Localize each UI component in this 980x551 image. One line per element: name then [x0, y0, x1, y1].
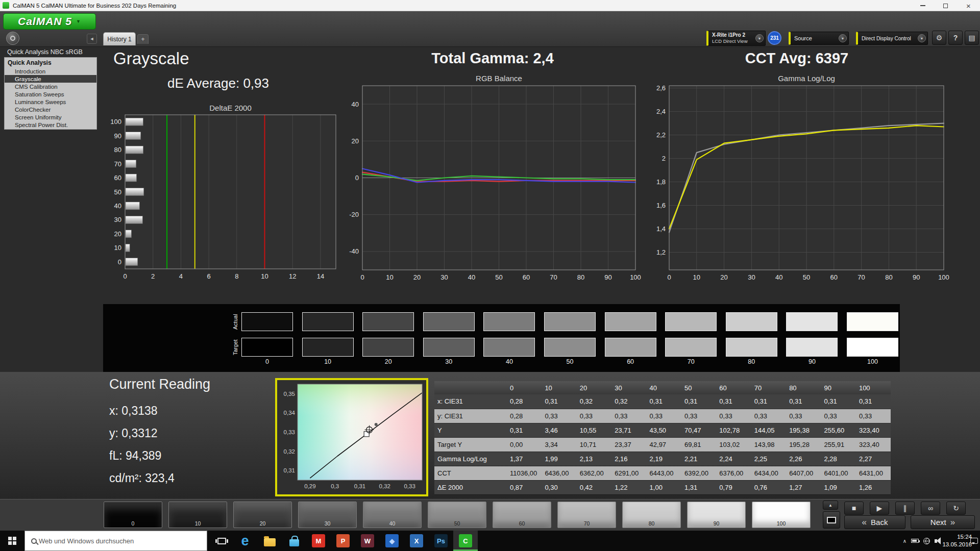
level-button-50[interactable]: 50: [428, 502, 486, 528]
sidebar-item-introduction[interactable]: Introduction: [5, 67, 96, 75]
gear-icon: ⚙: [936, 34, 943, 42]
row-label: CCT: [434, 466, 507, 480]
level-button-40[interactable]: 40: [363, 502, 422, 528]
level-button-label: 50: [428, 520, 486, 527]
table-cell: 0,31: [751, 394, 786, 409]
battery-icon[interactable]: [911, 539, 919, 543]
svg-text:50: 50: [495, 273, 502, 281]
sidebar-item-cms-calibration[interactable]: CMS Calibration: [5, 83, 96, 90]
sidebar-item-colorchecker[interactable]: ColorChecker: [5, 106, 96, 113]
sidebar-collapse-button[interactable]: ◄: [87, 34, 97, 44]
minimize-button[interactable]: [911, 0, 934, 11]
transport-refresh-button[interactable]: ↻: [946, 502, 966, 515]
speaker-icon[interactable]: [935, 539, 937, 543]
level-button-100[interactable]: 100: [752, 502, 811, 528]
svg-text:90: 90: [604, 273, 611, 281]
search-input[interactable]: [39, 537, 192, 545]
taskbar-photoshop-icon[interactable]: Ps: [429, 531, 453, 551]
taskbar-search[interactable]: [24, 531, 207, 551]
row-label: Y: [434, 423, 507, 437]
table-cell: 1,00: [647, 480, 681, 494]
taskbar-store-icon[interactable]: [282, 531, 306, 551]
level-button-10[interactable]: 10: [168, 502, 227, 528]
tray-expand-icon[interactable]: ∧: [903, 538, 906, 544]
next-button[interactable]: Next »: [911, 515, 975, 529]
taskbar-mail-icon[interactable]: M: [306, 531, 331, 551]
taskbar-file-explorer-icon[interactable]: [257, 531, 282, 551]
column-header: 80: [786, 381, 821, 394]
svg-text:1,8: 1,8: [656, 178, 666, 186]
source-dropdown[interactable]: Source ▼: [789, 32, 849, 45]
workflow-tree-panel: Quick Analysis IntroductionGrayscaleCMS …: [4, 57, 97, 130]
taskbar-photos-icon[interactable]: ◆: [380, 531, 404, 551]
back-button[interactable]: « Back: [844, 515, 905, 529]
tab-history-1[interactable]: History 1: [103, 32, 136, 45]
svg-text:10: 10: [261, 272, 268, 280]
close-button[interactable]: ×: [957, 0, 980, 11]
search-icon: [31, 538, 37, 544]
start-button[interactable]: [0, 531, 24, 551]
level-button-80[interactable]: 80: [622, 502, 681, 528]
sidebar-item-spectral-power-dist[interactable]: Spectral Power Dist.: [5, 121, 96, 129]
panel-toggle-button[interactable]: ▤: [965, 31, 979, 45]
svg-text:1,2: 1,2: [656, 248, 666, 256]
calman-logo-menu[interactable]: CalMAN 5 ▼: [3, 13, 96, 30]
svg-text:4: 4: [179, 272, 183, 280]
display-control-dropdown[interactable]: Direct Display Control ▼: [856, 32, 928, 45]
pattern-window-button[interactable]: [823, 511, 840, 529]
current-reading-y: y: 0,3312: [109, 427, 158, 440]
level-button-30[interactable]: 30: [298, 502, 357, 528]
chevron-down-icon: ▼: [755, 34, 764, 42]
table-cell: 1,09: [821, 480, 856, 494]
action-center-button[interactable]: [968, 531, 980, 551]
sidebar-root-item[interactable]: Quick Analysis: [5, 58, 96, 67]
panel-icon: ▤: [968, 34, 975, 42]
new-tab-button[interactable]: +: [137, 34, 149, 44]
taskbar-calman-icon[interactable]: C: [453, 531, 478, 551]
close-icon: ×: [966, 2, 971, 10]
sidebar-item-screen-uniformity[interactable]: Screen Uniformity: [5, 113, 96, 121]
table-cell: 2,19: [647, 452, 681, 466]
column-header: 90: [821, 381, 856, 394]
transport-play-button[interactable]: ▶: [870, 502, 889, 515]
page-title: Grayscale: [113, 49, 189, 68]
meter-dropdown[interactable]: X-Rite i1Pro 2 LCD Direct View ▼: [706, 31, 766, 46]
maximize-button[interactable]: [934, 0, 957, 11]
sidebar-item-saturation-sweeps[interactable]: Saturation Sweeps: [5, 90, 96, 98]
sidebar-item-grayscale[interactable]: Grayscale: [5, 75, 96, 83]
level-button-60[interactable]: 60: [493, 502, 551, 528]
svg-text:100: 100: [110, 118, 121, 126]
table-cell: 195,28: [786, 437, 821, 452]
nav-home-button[interactable]: [6, 32, 19, 45]
transport-pause-button[interactable]: ∥: [895, 502, 915, 515]
level-button-0[interactable]: 0: [104, 502, 162, 528]
svg-text:90: 90: [913, 273, 920, 281]
level-button-90[interactable]: 90: [687, 502, 746, 528]
table-cell: 69,81: [681, 437, 716, 452]
transport-stop-button[interactable]: ■: [844, 502, 864, 515]
windows-logo-icon: [8, 537, 16, 545]
level-bar: ▲ « Back Next » 0102030405060708090100■▶…: [0, 499, 980, 531]
svg-text:40: 40: [352, 101, 359, 108]
table-cell: 10,71: [577, 437, 611, 452]
level-button-label: 60: [493, 520, 551, 527]
taskbar-excel-icon[interactable]: X: [404, 531, 429, 551]
pattern-up-button[interactable]: ▲: [823, 500, 838, 510]
swatch-target-90: [786, 338, 838, 357]
taskbar-edge-icon[interactable]: e: [233, 531, 257, 551]
level-button-20[interactable]: 20: [233, 502, 292, 528]
cie-chart-panel[interactable]: 0,350,340,330,320,310,290,30,310,320,33: [275, 378, 428, 496]
taskbar-word-icon[interactable]: W: [355, 531, 380, 551]
table-cell: 2,27: [856, 452, 891, 466]
table-cell: 323,40: [856, 437, 891, 452]
taskbar-powerpoint-icon[interactable]: P: [331, 531, 355, 551]
help-button[interactable]: ?: [948, 31, 963, 45]
task-view-button[interactable]: [210, 531, 233, 551]
sidebar-item-luminance-sweeps[interactable]: Luminance Sweeps: [5, 98, 96, 106]
transport-continuous-button[interactable]: ∞: [921, 502, 940, 515]
row-label: ΔE 2000: [434, 480, 507, 494]
table-cell: 2,24: [716, 452, 751, 466]
settings-gear-button[interactable]: ⚙: [932, 31, 946, 45]
network-icon[interactable]: [923, 538, 930, 544]
level-button-70[interactable]: 70: [557, 502, 616, 528]
